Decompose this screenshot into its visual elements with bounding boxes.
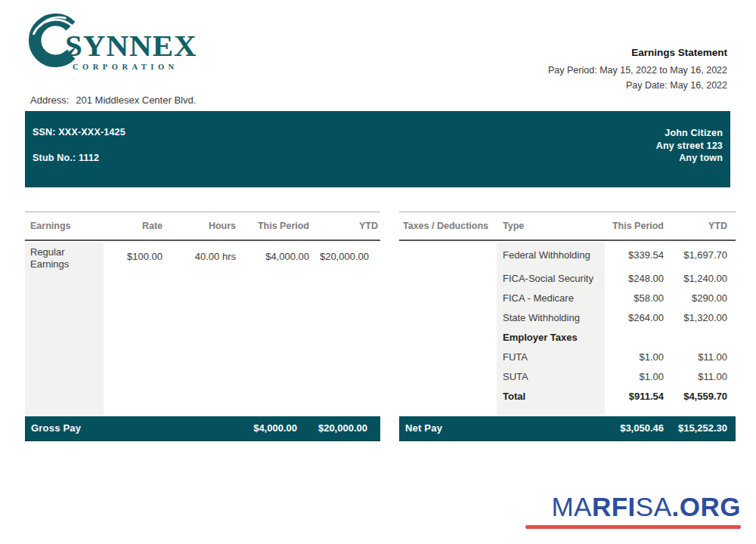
deduction-ytd: $11.00 <box>673 371 736 382</box>
deductions-rows: Federal Withholding $339.54 $1,697.70 FI… <box>399 241 736 406</box>
pay-date-line: Pay Date: May 16, 2022 <box>548 78 727 93</box>
deductions-table: Taxes / Deductions Type This Period YTD … <box>399 212 736 406</box>
table-row: FICA - Medicare $58.00 $290.00 <box>399 288 736 308</box>
deduction-type: State Withholding <box>497 312 605 323</box>
deduction-type: FUTA <box>497 351 605 363</box>
earning-ytd: $20,000.00 <box>309 251 380 262</box>
address-label: Address: <box>30 94 69 106</box>
address-value: 201 Middlesex Center Blvd. <box>76 94 196 106</box>
deduction-type: FICA - Medicare <box>497 292 605 304</box>
watermark-underline <box>525 525 741 529</box>
stub-number-text: Stub No.: 1112 <box>33 153 125 163</box>
earning-this-period: $4,000.00 <box>236 251 309 262</box>
deduction-ytd: $1,320.00 <box>673 312 736 323</box>
column-header: Earnings <box>25 221 104 231</box>
banner-left: SSN: XXX-XXX-1425 Stub No.: 1112 <box>33 127 125 163</box>
deduction-this-period: $58.00 <box>605 292 673 304</box>
deduction-this-period: $1.00 <box>605 371 673 382</box>
deduction-this-period: $248.00 <box>605 273 673 284</box>
deduction-ytd: $1,240.00 <box>673 273 736 284</box>
pay-period-label: Pay Period: <box>548 65 597 76</box>
column-header: Type <box>497 221 605 231</box>
column-header: This Period <box>236 221 309 231</box>
table-row: FUTA $1.00 $11.00 <box>399 347 736 366</box>
pay-period-line: Pay Period: May 15, 2022 to May 16, 2022 <box>548 63 727 78</box>
deduction-this-period: $1.00 <box>605 351 673 363</box>
earning-hours: 40.00 hrs <box>163 251 236 262</box>
deduction-type: Total <box>497 391 605 402</box>
column-header: This Period <box>605 221 673 231</box>
deduction-this-period: $911.54 <box>605 391 673 402</box>
net-pay-bar: Net Pay $3,050.46 $15,252.30 <box>399 416 736 441</box>
employee-street: Any street 123 <box>656 140 723 153</box>
banner-right: John Citizen Any street 123 Any town <box>656 127 723 165</box>
employee-name: John Citizen <box>656 127 723 140</box>
employee-banner: SSN: XXX-XXX-1425 Stub No.: 1112 John Ci… <box>25 111 730 187</box>
deduction-ytd: $1,697.70 <box>673 249 736 261</box>
earnings-table: Earnings Rate Hours This Period YTD Regu… <box>25 212 380 271</box>
deduction-ytd: $4,559.70 <box>673 391 736 402</box>
deduction-type: SUTA <box>497 371 605 382</box>
table-row: State Withholding $264.00 $1,320.00 <box>399 308 736 327</box>
column-header: Hours <box>163 221 236 231</box>
net-pay-this-period: $3,050.46 <box>620 422 664 434</box>
earning-rate: $100.00 <box>104 251 163 262</box>
table-row: Federal Withholding $339.54 $1,697.70 <box>399 241 736 268</box>
deduction-ytd: $290.00 <box>673 292 736 304</box>
column-header: Rate <box>104 221 163 231</box>
gross-pay-this-period: $4,000.00 <box>253 422 297 434</box>
deduction-type: Employer Taxes <box>497 332 605 343</box>
gross-pay-label: Gross Pay <box>31 422 81 434</box>
earnings-statement-page: SYNNEX CORPORATION Earnings Statement Pa… <box>0 0 756 544</box>
gross-pay-ytd: $20,000.00 <box>318 422 367 434</box>
table-row: FICA-Social Security $248.00 $1,240.00 <box>399 268 736 288</box>
table-row-total: Total $911.54 $4,559.70 <box>399 386 736 406</box>
statement-header: Earnings Statement Pay Period: May 15, 2… <box>548 47 727 93</box>
pay-date-label: Pay Date: <box>626 80 668 91</box>
deduction-type: FICA-Social Security <box>497 273 605 284</box>
column-header: YTD <box>309 221 380 231</box>
net-pay-ytd: $15,252.30 <box>678 422 727 434</box>
column-header: YTD <box>673 221 736 231</box>
table-row: SUTA $1.00 $11.00 <box>399 366 736 386</box>
pay-period-value: May 15, 2022 to May 16, 2022 <box>600 65 727 76</box>
earning-name: Regular Earnings <box>25 241 104 270</box>
deduction-ytd: $11.00 <box>673 351 736 363</box>
deduction-type: Federal Withholding <box>497 249 605 261</box>
company-address: Address:201 Middlesex Center Blvd. <box>30 94 196 106</box>
company-name: SYNNEX <box>65 27 197 63</box>
table-row-employer-taxes: Employer Taxes <box>399 327 736 347</box>
page-title: Earnings Statement <box>548 47 727 58</box>
deductions-table-header: Taxes / Deductions Type This Period YTD <box>399 212 736 241</box>
column-header: Taxes / Deductions <box>399 221 497 231</box>
marfisa-watermark: MARFISA.ORG <box>525 491 741 529</box>
marfisa-wordmark: MARFISA.ORG <box>525 491 741 523</box>
pay-date-value: May 16, 2022 <box>670 80 727 91</box>
ssn-text: SSN: XXX-XXX-1425 <box>33 127 125 138</box>
earnings-rows: Regular Earnings $100.00 40.00 hrs $4,00… <box>25 241 380 271</box>
net-pay-label: Net Pay <box>405 422 442 434</box>
earnings-table-header: Earnings Rate Hours This Period YTD <box>25 212 380 241</box>
employee-town: Any town <box>656 152 723 165</box>
table-row: Regular Earnings $100.00 40.00 hrs $4,00… <box>25 241 380 271</box>
gross-pay-bar: Gross Pay $4,000.00 $20,000.00 <box>25 416 380 441</box>
company-subtitle: CORPORATION <box>73 63 178 71</box>
deduction-this-period: $264.00 <box>605 312 673 323</box>
deduction-this-period: $339.54 <box>605 249 673 261</box>
